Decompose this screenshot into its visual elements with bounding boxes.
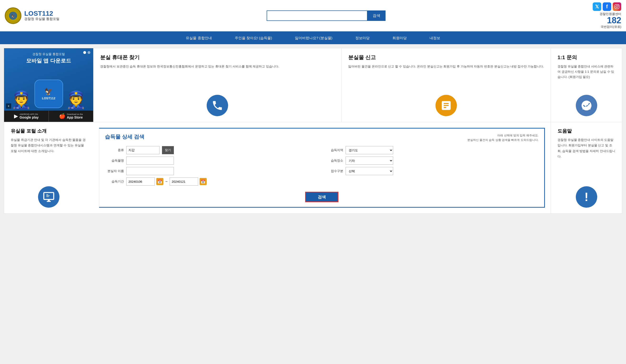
search-submit-button[interactable]: 검색 [305, 192, 338, 202]
help-box: 도움말 경찰청 유실물 종합안내 사이트의 도움말입니다. 회원가입부터 분실물… [550, 122, 622, 213]
nav-item-lost-report[interactable]: 잃어버렸나요? (분실물) [283, 32, 344, 44]
region-label: 습득지역 [324, 148, 343, 152]
lost-report-title: 분실물 신고 [348, 54, 544, 61]
inquiry-desc: 경찰청 유실물 종합안내 서비스에 관련하여 궁금하신 사항을 1:1 문의로 … [557, 64, 615, 91]
app-logo-text: LOST112 [42, 97, 55, 100]
svg-rect-4 [46, 196, 50, 196]
form-right-col: 습득지역 경기도 서울 부산 인천 습득장소 [324, 146, 539, 188]
phone-finder-desc: 경찰청에서 보관중인 습득 휴대폰 정보와 한국정보통신진흥협회에서 운영하고 … [100, 64, 335, 91]
banner-title: 경찰청 유실물 통합포털 [4, 48, 93, 57]
app-logo-box: 🦅 LOST112 [35, 80, 63, 108]
lost-report-icon-area [348, 95, 544, 116]
apple-icon: 🍎 [59, 113, 65, 119]
police-number: 182 [607, 15, 621, 25]
date-separator: ～ [165, 179, 168, 184]
inquiry-icon[interactable] [576, 95, 597, 116]
nav-item-find-owner[interactable]: 주인을 찾아요! (습득물) [223, 32, 284, 44]
instagram-icon[interactable] [613, 2, 621, 11]
nav-item-lost-info[interactable]: 유실물 종합안내 [174, 32, 223, 44]
main-nav: 유실물 종합안내 주인을 찾아요! (습득물) 잃어버렸나요? (분실물) 정보… [0, 32, 626, 44]
calendar-from-button[interactable]: 📅 [156, 178, 163, 185]
twitter-icon[interactable]: 𝕏 [593, 2, 601, 11]
portal-intro-title: 유실물 포털 소개 [11, 128, 87, 134]
banner-subtitle: 모바일 앱 다운로드 [4, 57, 93, 66]
help-icon-area: ! [557, 186, 615, 208]
person-input[interactable] [126, 167, 174, 175]
form-row-region: 습득지역 경기도 서울 부산 인천 [324, 146, 539, 154]
logo-area: 🦅 LOST112 경찰청 유실물 통합포털 [5, 7, 59, 24]
google-play-button[interactable]: ▶ ANDROID APP ON Google play [4, 110, 49, 122]
place-select[interactable]: 기차 버스 지하철 [346, 157, 393, 165]
logo-badge: 🦅 [5, 7, 21, 24]
help-desc: 경찰청 유실물 종합안내 사이트의 도움말입니다. 회원가입부터 분실물 신고 … [557, 137, 615, 182]
header: 🦅 LOST112 경찰청 유실물 통합포털 검색 𝕏 f 경찰민원콜센터 18… [0, 0, 626, 32]
nav-item-mypage[interactable]: 내정보 [418, 32, 452, 44]
inquiry-box: 1:1 문의 경찰청 유실물 종합안내 서비스에 관련하여 궁금하신 사항을 1… [550, 48, 622, 122]
police-character-left: 👮 [11, 84, 32, 108]
search-form-header: 습득물 상세 검색 아래 선택에 맞게 입력 해주세요. 분실하신 물건의 습득… [105, 133, 539, 142]
form-left-col: 종류 찾기 습득물명 분실자 이름 [105, 146, 319, 188]
date-group: 📅 ～ 📅 [126, 177, 207, 186]
date-from-input[interactable] [126, 177, 155, 186]
main-content: 경찰청 유실물 통합포털 모바일 앱 다운로드 👮 🦅 LOST112 👮 [0, 44, 626, 217]
type-label: 종류 [105, 148, 124, 152]
form-row-type: 종류 찾기 [105, 146, 319, 154]
calendar-to-button[interactable]: 📅 [199, 178, 207, 185]
phone-finder-icon-area [100, 95, 335, 116]
find-button[interactable]: 찾기 [162, 146, 174, 154]
reception-select[interactable]: 선택 경찰서 지하철 [346, 167, 393, 175]
header-right: 𝕏 f 경찰민원콜센터 182 국번없이(유료) [593, 2, 621, 29]
svg-rect-5 [46, 197, 48, 197]
lost-report-box: 분실물 신고 잃어버린 물건을 온라인으로 신고 할 수 있습니다. 온라인 분… [341, 48, 550, 122]
nav-item-info-plaza[interactable]: 정보마당 [344, 32, 381, 44]
svg-point-2 [584, 101, 588, 105]
search-form-desc: 아래 선택에 맞게 입력 해주세요. 분실하신 물건의 습득 상황 검색을 빠르… [467, 133, 539, 142]
lost-report-desc: 잃어버린 물건을 온라인으로 신고 할 수 있습니다. 온라인 분실신고는 회원… [348, 64, 544, 91]
type-input[interactable] [126, 146, 159, 154]
portal-intro-desc: 유실물 취급기관 안내 및 각 기관에서 습득한 물품을 경찰청 유실물 종합안… [11, 137, 87, 182]
lost-report-icon[interactable] [435, 95, 457, 116]
social-icons: 𝕏 f [593, 2, 621, 11]
search-form-container: 습득물 상세 검색 아래 선택에 맞게 입력 해주세요. 분실하신 물건의 습득… [93, 122, 550, 213]
police-center: 경찰민원콜센터 182 국번없이(유료) [600, 12, 621, 29]
item-name-input[interactable] [126, 157, 174, 165]
svg-text:🦅: 🦅 [11, 14, 15, 18]
header-search-area: 검색 [267, 10, 386, 21]
police-character-right: 👮 [65, 84, 87, 108]
search-form-box: 습득물 상세 검색 아래 선택에 맞게 입력 해주세요. 분실하신 물건의 습득… [99, 128, 545, 208]
date-to-input[interactable] [170, 177, 198, 186]
phone-finder-icon[interactable] [207, 95, 228, 116]
help-icon[interactable]: ! [576, 186, 597, 208]
app-store-buttons: ▶ ANDROID APP ON Google play 🍎 Download … [4, 110, 93, 122]
form-row-person: 분실자 이름 [105, 167, 319, 175]
search-form-title: 습득물 상세 검색 [105, 133, 144, 140]
help-title: 도움말 [557, 128, 615, 134]
phone-finder-box: 분실 휴대폰 찾기 경찰청에서 보관중인 습득 휴대폰 정보와 한국정보통신진흥… [93, 48, 341, 122]
pause-button[interactable]: ⏸ [6, 103, 11, 109]
search-input[interactable] [267, 10, 367, 21]
form-row-item-name: 습득물명 [105, 157, 319, 165]
portal-intro-icon-area [11, 186, 87, 208]
person-label: 분실자 이름 [105, 169, 124, 173]
place-label: 습득장소 [324, 159, 343, 163]
logo-title: LOST112 [24, 10, 59, 17]
form-row-period: 습득기간 📅 ～ 📅 [105, 177, 319, 186]
logo-subtitle: 경찰청 유실물 통합포털 [24, 17, 59, 21]
item-name-label: 습득물명 [105, 159, 124, 163]
inquiry-icon-area [557, 95, 615, 116]
phone-finder-title: 분실 휴대폰 찾기 [100, 54, 335, 61]
nav-item-member[interactable]: 회원마당 [381, 32, 418, 44]
portal-intro-box: 유실물 포털 소개 유실물 취급기관 안내 및 각 기관에서 습득한 물품을 경… [4, 122, 93, 213]
form-row-place: 습득장소 기차 버스 지하철 [324, 157, 539, 165]
portal-intro-icon[interactable] [38, 186, 59, 208]
app-store-button[interactable]: 🍎 Download on the App Store [49, 110, 93, 122]
region-select[interactable]: 경기도 서울 부산 인천 [346, 146, 393, 154]
facebook-icon[interactable]: f [603, 2, 611, 11]
logo-text: LOST112 경찰청 유실물 통합포털 [24, 10, 59, 21]
reception-label: 접수구분 [324, 169, 343, 173]
search-button[interactable]: 검색 [367, 10, 386, 21]
form-row-reception: 접수구분 선택 경찰서 지하철 [324, 167, 539, 175]
inquiry-title: 1:1 문의 [557, 54, 615, 61]
search-form-fields: 종류 찾기 습득물명 분실자 이름 [105, 146, 539, 188]
svg-rect-3 [46, 195, 48, 195]
